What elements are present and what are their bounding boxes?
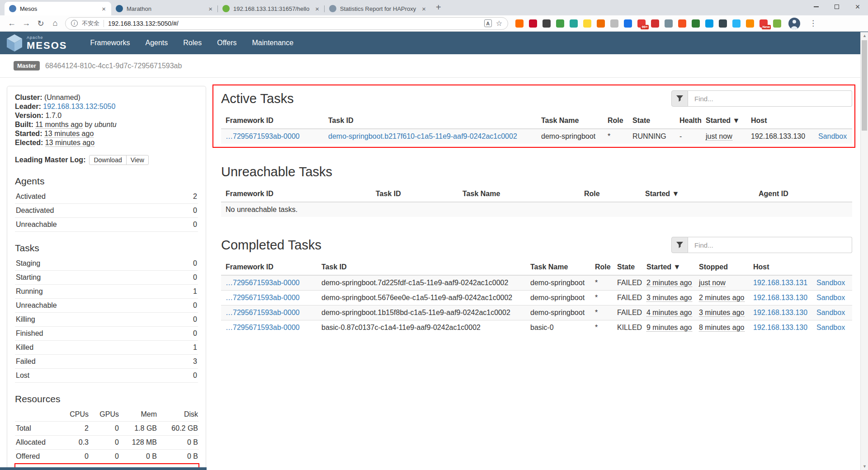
extension-button[interactable] [624, 19, 632, 28]
bookmark-star-icon[interactable]: ☆ [496, 19, 502, 28]
extension-button[interactable] [705, 19, 713, 28]
extension-button[interactable] [529, 19, 537, 28]
sandbox-link[interactable]: Sandbox [816, 279, 845, 287]
extension-button[interactable] [678, 19, 686, 28]
extension-button[interactable] [719, 19, 727, 28]
column-header[interactable]: Framework ID [221, 259, 317, 275]
sandbox-link[interactable]: Sandbox [816, 309, 845, 316]
page-info-icon[interactable]: i [71, 20, 78, 27]
active-tasks-find-input[interactable] [688, 90, 852, 107]
navbar-item[interactable]: Maintenance [244, 32, 301, 54]
address-bar[interactable]: i 不安全 192.168.133.132:5050/#/ A ☆ [65, 17, 508, 30]
navbar-item[interactable]: Roles [175, 32, 209, 54]
new-tab-button[interactable]: + [436, 2, 441, 13]
scrollbar-thumb[interactable] [862, 40, 867, 131]
column-header[interactable]: Started ▼ [642, 259, 694, 275]
close-button[interactable]: × [847, 0, 868, 14]
column-header[interactable]: Framework ID [221, 113, 324, 129]
scroll-down-arrow[interactable]: ▼ [861, 463, 868, 470]
extension-button[interactable] [651, 19, 659, 28]
framework-id-link[interactable]: …7295671593ab-0000 [226, 309, 300, 316]
extension-button[interactable] [773, 19, 781, 28]
mesos-brand[interactable]: Apache MESOS [6, 34, 67, 52]
forward-button[interactable]: → [19, 19, 33, 28]
extension-button[interactable] [515, 19, 524, 28]
host-link[interactable]: 192.168.133.131 [753, 279, 807, 287]
scroll-up-arrow[interactable]: ▲ [861, 32, 868, 39]
tab-close-icon[interactable]: × [208, 5, 213, 13]
tab-close-icon[interactable]: × [101, 5, 107, 13]
navbar-item[interactable]: Frameworks [82, 32, 137, 54]
column-header[interactable]: Task ID [324, 113, 537, 129]
home-button[interactable]: ⌂ [48, 19, 62, 28]
column-header[interactable]: Task Name [458, 186, 580, 202]
extension-button[interactable] [746, 19, 754, 28]
column-header[interactable]: Task ID [317, 259, 526, 275]
framework-id-link[interactable]: …7295671593ab-0000 [226, 132, 300, 140]
translate-icon[interactable]: A [484, 19, 492, 27]
extension-button[interactable] [665, 19, 673, 28]
column-header[interactable]: Task Name [526, 259, 590, 275]
filter-button[interactable] [671, 90, 688, 107]
log-view-button[interactable]: View [126, 155, 149, 165]
extension-button[interactable] [692, 19, 700, 28]
maximize-button[interactable] [826, 0, 847, 14]
extension-button[interactable] [542, 19, 551, 28]
tab-close-icon[interactable]: × [421, 5, 427, 13]
task-id-link[interactable]: demo-springboot.b217f610-c1a5-11e9-aaf9-… [328, 132, 517, 140]
browser-menu-icon[interactable]: ⋮ [807, 19, 820, 28]
extension-button[interactable]: 99+ [637, 19, 646, 28]
navbar-item[interactable]: Offers [209, 32, 244, 54]
extension-button[interactable] [732, 19, 741, 28]
host-link[interactable]: 192.168.133.130 [753, 309, 807, 316]
back-button[interactable]: ← [5, 19, 19, 28]
extension-button[interactable] [610, 19, 618, 28]
host-link[interactable]: 192.168.133.130 [753, 294, 807, 301]
sandbox-link[interactable]: Sandbox [818, 132, 847, 140]
extension-button[interactable] [597, 19, 605, 28]
host-link[interactable]: 192.168.133.130 [753, 324, 807, 331]
framework-id-link[interactable]: …7295671593ab-0000 [226, 279, 300, 287]
tab-spring-hello[interactable]: 192.168.133.131:31657/hello × [218, 2, 325, 15]
column-header[interactable]: State [613, 259, 642, 275]
column-header[interactable]: Started ▼ [701, 113, 746, 129]
framework-id-link[interactable]: …7295671593ab-0000 [226, 294, 300, 301]
leader-link[interactable]: 192.168.133.132:5050 [43, 103, 115, 110]
column-header[interactable]: Health [675, 113, 701, 129]
tab-mesos[interactable]: Mesos × [5, 2, 111, 15]
tab-marathon[interactable]: Marathon × [111, 2, 218, 15]
minimize-button[interactable] [806, 0, 826, 14]
navbar-item[interactable]: Agents [137, 32, 175, 54]
completed-tasks-find-input[interactable] [688, 237, 852, 253]
sandbox-link[interactable]: Sandbox [816, 324, 845, 331]
tab-close-icon[interactable]: × [314, 5, 320, 13]
column-header[interactable]: Host [749, 259, 812, 275]
sandbox-link[interactable]: Sandbox [816, 294, 845, 301]
column-header[interactable]: Started ▼ [641, 186, 754, 202]
log-download-button[interactable]: Download [89, 155, 126, 165]
column-header[interactable]: Framework ID [221, 186, 371, 202]
column-header[interactable]: Role [603, 113, 628, 129]
filter-button[interactable] [671, 237, 688, 253]
column-header[interactable] [814, 113, 852, 129]
reload-button[interactable]: ↻ [33, 19, 48, 28]
column-header[interactable] [812, 259, 852, 275]
extension-button[interactable]: New [760, 19, 768, 28]
column-header[interactable]: Role [580, 186, 641, 202]
column-header[interactable]: Host [746, 113, 814, 129]
profile-avatar[interactable] [788, 18, 800, 29]
extension-button[interactable] [583, 19, 591, 28]
extension-button[interactable] [570, 19, 578, 28]
column-header[interactable]: Task ID [371, 186, 458, 202]
resource-mem: 1.8 GB [120, 422, 158, 436]
tab-haproxy-stats[interactable]: Statistics Report for HAProxy × [325, 2, 431, 15]
framework-id-link[interactable]: …7295671593ab-0000 [226, 324, 300, 331]
column-header[interactable]: Stopped [694, 259, 749, 275]
column-header[interactable]: Task Name [537, 113, 603, 129]
url-text[interactable]: 192.168.133.132:5050/#/ [108, 20, 480, 27]
column-header[interactable]: Agent ID [754, 186, 852, 202]
extension-button[interactable] [556, 19, 564, 28]
page-scrollbar[interactable]: ▲ ▼ [860, 32, 868, 470]
column-header[interactable]: Role [590, 259, 613, 275]
column-header[interactable]: State [628, 113, 675, 129]
